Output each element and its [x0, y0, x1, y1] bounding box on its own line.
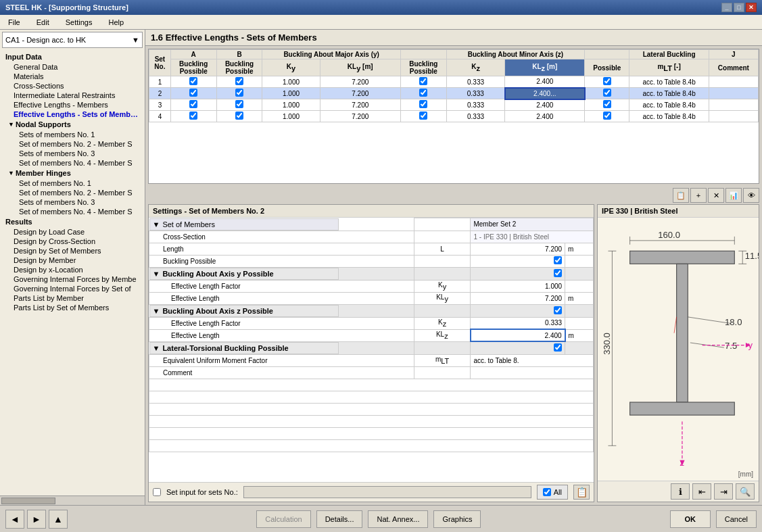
sidebar-parts-member[interactable]: Parts List by Member: [0, 293, 145, 303]
maximize-button[interactable]: □: [734, 3, 744, 12]
sidebar-item-materials[interactable]: Materials: [0, 72, 145, 81]
menu-file[interactable]: File: [3, 17, 26, 28]
cell-klz-1[interactable]: 2.400: [505, 76, 585, 88]
set-input-checkbox[interactable]: [153, 488, 161, 496]
settings-value-buckling[interactable]: [471, 255, 565, 267]
cell-e-2[interactable]: [400, 88, 446, 99]
cell-kz-2[interactable]: 0.333: [446, 88, 505, 99]
cell-mlt-3[interactable]: acc. to Table 8.4b: [629, 99, 709, 111]
sidebar-hinge-3[interactable]: Sets of members No. 3: [0, 197, 145, 207]
settings-value-ky[interactable]: 1.000: [471, 280, 565, 292]
sidebar-nodal-1[interactable]: Sets of members No. 1: [0, 130, 145, 139]
settings-value-kly[interactable]: 7.200: [471, 292, 565, 304]
close-button[interactable]: ✕: [746, 3, 757, 12]
sidebar-item-intermediate-lateral[interactable]: Intermediate Lateral Restraints: [0, 91, 145, 100]
up-button[interactable]: ▲: [49, 510, 68, 529]
cancel-button[interactable]: Cancel: [716, 510, 757, 528]
all-checkbox[interactable]: [543, 488, 551, 496]
sidebar-item-general-data[interactable]: General Data: [0, 62, 145, 72]
sidebar-governing-sets[interactable]: Governing Internal Forces by Set of: [0, 284, 145, 293]
design-case-dropdown[interactable]: CA1 - Design acc. to HK ▼: [2, 32, 143, 48]
cell-h-4[interactable]: [585, 111, 629, 122]
view-button[interactable]: 👁: [743, 188, 759, 203]
tree-section-hinges[interactable]: ▼ Member Hinges: [0, 168, 145, 178]
sidebar-design-set-members[interactable]: Design by Set of Members: [0, 246, 145, 256]
expand-right-button[interactable]: ⇥: [714, 483, 733, 500]
settings-value-mlt[interactable]: acc. to Table 8.: [471, 354, 594, 366]
ok-button[interactable]: OK: [670, 510, 711, 528]
sidebar-nodal-2[interactable]: Set of members No. 2 - Member S: [0, 139, 145, 149]
cell-kly-3[interactable]: 7.200: [320, 99, 400, 111]
cell-b-1[interactable]: [216, 76, 262, 88]
cell-b-2[interactable]: [216, 88, 262, 99]
sidebar-governing-members[interactable]: Governing Internal Forces by Membe: [0, 274, 145, 284]
cell-comment-2[interactable]: [709, 88, 758, 99]
cell-mlt-2[interactable]: acc. to Table 8.4b: [629, 88, 709, 99]
sidebar-item-cross-sections[interactable]: Cross-Sections: [0, 81, 145, 91]
cell-kly-1[interactable]: 7.200: [320, 76, 400, 88]
sidebar-design-x-location[interactable]: Design by x-Location: [0, 265, 145, 274]
add-row-button[interactable]: +: [690, 188, 707, 203]
cell-mlt-4[interactable]: acc. to Table 8.4b: [629, 111, 709, 122]
cell-a-4[interactable]: [170, 111, 216, 122]
settings-value-comment[interactable]: [471, 366, 594, 379]
cell-mlt-1[interactable]: acc. to Table 8.4b: [629, 76, 709, 88]
expand-left-button[interactable]: ⇤: [692, 483, 711, 500]
cell-ky-4[interactable]: 1.000: [262, 111, 320, 122]
cell-a-2[interactable]: [170, 88, 216, 99]
cell-kz-3[interactable]: 0.333: [446, 99, 505, 111]
cell-a-1[interactable]: [170, 76, 216, 88]
menu-edit[interactable]: Edit: [31, 17, 55, 28]
cell-ky-3[interactable]: 1.000: [262, 99, 320, 111]
settings-value-lateral[interactable]: [471, 341, 565, 354]
calculation-button[interactable]: Calculation: [256, 510, 310, 528]
settings-value-axis-z[interactable]: [471, 304, 565, 317]
cell-kly-2[interactable]: 7.200: [320, 88, 400, 99]
forward-button[interactable]: ►: [27, 510, 46, 529]
sidebar-hinge-2[interactable]: Set of members No. 2 - Member S: [0, 188, 145, 197]
info-button[interactable]: ℹ: [671, 483, 690, 500]
details-button[interactable]: Details...: [316, 510, 363, 528]
cell-h-2[interactable]: [585, 88, 629, 99]
cell-kz-4[interactable]: 0.333: [446, 111, 505, 122]
tree-section-nodal[interactable]: ▼ Nodal Supports: [0, 119, 145, 130]
back-button[interactable]: ◄: [5, 510, 24, 529]
sidebar-design-cross-section[interactable]: Design by Cross-Section: [0, 237, 145, 246]
delete-row-button[interactable]: ✕: [708, 188, 724, 203]
cell-comment-3[interactable]: [709, 99, 758, 111]
cell-e-1[interactable]: [400, 76, 446, 88]
cell-h-3[interactable]: [585, 99, 629, 111]
cell-klz-2-selected[interactable]: 2.400...: [505, 88, 585, 99]
menu-settings[interactable]: Settings: [60, 17, 98, 28]
add-set-button[interactable]: 📋: [573, 485, 590, 500]
cell-h-1[interactable]: [585, 76, 629, 88]
cell-ky-1[interactable]: 1.000: [262, 76, 320, 88]
zoom-button[interactable]: 🔍: [736, 483, 755, 500]
settings-value-axis-y[interactable]: [471, 267, 565, 280]
sidebar-scrollbar[interactable]: [0, 495, 145, 505]
cell-klz-3[interactable]: 2.400: [505, 99, 585, 111]
settings-value-klz-active[interactable]: 2.400: [471, 329, 565, 341]
sidebar-item-effective-lengths-members[interactable]: Effective Lengths - Members: [0, 100, 145, 110]
cell-e-4[interactable]: [400, 111, 446, 122]
sidebar-design-load-case[interactable]: Design by Load Case: [0, 227, 145, 237]
sets-input-field[interactable]: [243, 486, 531, 498]
sidebar-design-member[interactable]: Design by Member: [0, 256, 145, 265]
cell-a-3[interactable]: [170, 99, 216, 111]
graphics-button[interactable]: Graphics: [433, 510, 481, 528]
sidebar-parts-sets[interactable]: Parts List by Set of Members: [0, 303, 145, 312]
cell-kz-1[interactable]: 0.333: [446, 76, 505, 88]
excel-export-button[interactable]: 📊: [725, 188, 742, 203]
cell-comment-4[interactable]: [709, 111, 758, 122]
cell-e-3[interactable]: [400, 99, 446, 111]
menu-help[interactable]: Help: [103, 17, 129, 28]
cell-kly-4[interactable]: 7.200: [320, 111, 400, 122]
settings-value-kz[interactable]: 0.333: [471, 317, 565, 329]
cell-klz-4[interactable]: 2.400: [505, 111, 585, 122]
sidebar-hinge-4[interactable]: Set of members No. 4 - Member S: [0, 207, 145, 216]
sidebar-nodal-4[interactable]: Set of members No. 4 - Member S: [0, 158, 145, 168]
cell-b-3[interactable]: [216, 99, 262, 111]
cell-ky-2[interactable]: 1.000: [262, 88, 320, 99]
copy-table-button[interactable]: 📋: [673, 188, 689, 203]
sidebar-nodal-3[interactable]: Sets of members No. 3: [0, 149, 145, 158]
